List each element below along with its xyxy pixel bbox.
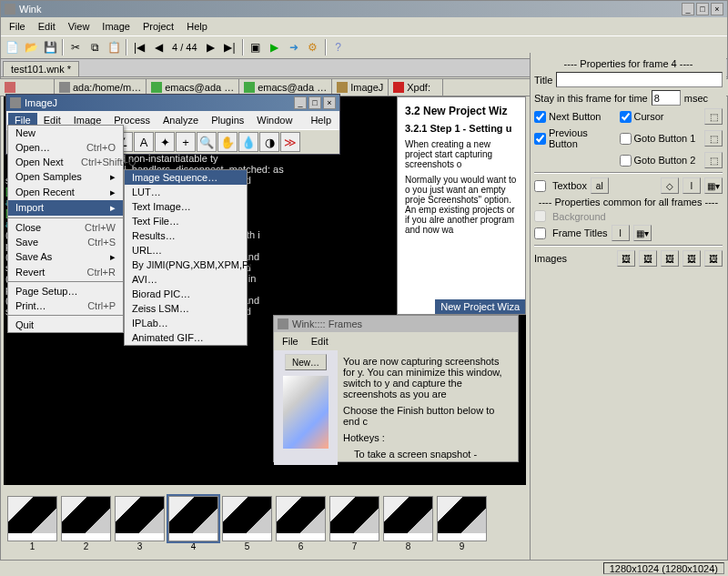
imagej-titlebar[interactable]: ImageJ _ □ ×: [6, 95, 339, 111]
thumbnail-7[interactable]: [329, 496, 379, 541]
menu-item[interactable]: Page Setup…: [8, 284, 123, 298]
close-button[interactable]: ×: [711, 3, 723, 15]
textbox-checkbox[interactable]: [534, 180, 546, 192]
textbox-btn1[interactable]: aI: [591, 177, 609, 194]
menu-item[interactable]: Print…Ctrl+P: [8, 298, 123, 313]
imagej-close[interactable]: ×: [323, 96, 336, 109]
imagej-maximize[interactable]: □: [308, 96, 321, 109]
doc-tab[interactable]: test101.wnk *: [3, 61, 79, 76]
text-tool[interactable]: A: [134, 132, 154, 152]
menu-item[interactable]: Open…Ctrl+O: [8, 140, 123, 155]
play-button[interactable]: ▶: [266, 38, 284, 56]
cursor-edit-button[interactable]: ⬚: [704, 108, 723, 125]
images-btn2[interactable]: 🖼: [639, 250, 657, 267]
menu-item[interactable]: Image Sequence…: [125, 170, 247, 185]
wizard-button[interactable]: New Project Wiza: [435, 299, 525, 314]
menu-item[interactable]: IPLab…: [125, 316, 247, 330]
filmstrip[interactable]: 123456789: [4, 488, 526, 559]
menu-project[interactable]: Project: [136, 19, 180, 34]
maximize-button[interactable]: □: [696, 3, 709, 15]
textbox-btn4[interactable]: ▦▾: [704, 177, 723, 194]
menu-item[interactable]: Open Samples: [8, 169, 123, 185]
copy-button[interactable]: ⧉: [86, 38, 104, 56]
new-button[interactable]: 📄: [3, 38, 21, 56]
thumbnail-1[interactable]: [7, 496, 57, 541]
menu-view[interactable]: View: [62, 19, 96, 34]
imagej-menu-help[interactable]: Help: [304, 113, 338, 127]
imagej-menu-plugins[interactable]: Plugins: [205, 113, 250, 127]
cut-button[interactable]: ✂: [66, 38, 85, 56]
images-btn5[interactable]: 🖼: [704, 250, 723, 267]
menu-item[interactable]: Save As: [8, 249, 123, 265]
menu-item[interactable]: New: [8, 126, 123, 140]
help-button[interactable]: ?: [329, 38, 348, 56]
minimize-button[interactable]: _: [682, 3, 694, 15]
dropper-tool[interactable]: 💧: [238, 132, 258, 152]
menu-help[interactable]: Help: [180, 19, 214, 34]
menu-item[interactable]: Zeiss LSM…: [125, 301, 247, 316]
textbox-btn3[interactable]: I: [682, 177, 701, 194]
menu-edit[interactable]: Edit: [32, 19, 62, 34]
thumbnail-8[interactable]: [383, 496, 433, 541]
thumbnail-3[interactable]: [115, 496, 165, 541]
nav-first-button[interactable]: |◀: [130, 38, 148, 56]
menu-item[interactable]: Text File…: [125, 214, 247, 228]
more-tool[interactable]: ≫: [280, 132, 300, 152]
menu-item[interactable]: LUT…: [125, 185, 247, 199]
frames-new-button[interactable]: New…: [285, 354, 327, 370]
images-btn3[interactable]: 🖼: [661, 250, 679, 267]
hand-tool[interactable]: ✋: [217, 132, 238, 152]
goto2-checkbox[interactable]: [620, 155, 632, 167]
frame-titles-checkbox[interactable]: [534, 227, 546, 239]
menu-item[interactable]: Import: [8, 200, 123, 216]
frametitles-btn2[interactable]: ▦▾: [633, 225, 652, 241]
prev-button-checkbox[interactable]: [534, 133, 546, 145]
imagej-menu-window[interactable]: Window: [250, 113, 298, 127]
menu-item[interactable]: Animated GIF…: [125, 330, 247, 345]
imagej-minimize[interactable]: _: [294, 96, 307, 109]
menu-item[interactable]: Biorad PIC…: [125, 287, 247, 301]
nav-next-button[interactable]: ▶: [202, 38, 220, 56]
thumbnail-2[interactable]: [61, 496, 111, 541]
point-tool[interactable]: +: [176, 132, 196, 152]
title-input[interactable]: [556, 72, 723, 87]
render-button[interactable]: ▣: [247, 38, 265, 56]
thumbnail-6[interactable]: [276, 496, 326, 541]
save-button[interactable]: 💾: [41, 38, 59, 56]
nav-last-button[interactable]: ▶|: [221, 38, 239, 56]
settings-button[interactable]: ⚙: [304, 38, 322, 56]
taskbar-item-4[interactable]: ImageJ: [332, 79, 389, 96]
images-btn4[interactable]: 🖼: [682, 250, 701, 267]
imagej-menu-analyze[interactable]: Analyze: [157, 113, 205, 127]
thumbnail-5[interactable]: [222, 496, 272, 541]
menu-item[interactable]: Open NextCtrl+Shift+O: [8, 155, 123, 169]
open-button[interactable]: 📂: [22, 38, 40, 56]
menu-item[interactable]: By JIMI(PNG,XBM,XPM,PCX,PSD)…: [125, 258, 247, 272]
thumbnail-4[interactable]: [168, 496, 218, 541]
goto1-edit-button[interactable]: ⬚: [704, 130, 723, 147]
menu-item[interactable]: Open Recent: [8, 185, 123, 200]
stay-input[interactable]: [652, 90, 681, 106]
frametitles-btn1[interactable]: I: [612, 225, 630, 241]
menu-item[interactable]: Results…: [125, 228, 247, 243]
paste-button[interactable]: 📋: [105, 38, 123, 56]
goto2-edit-button[interactable]: ⬚: [704, 152, 723, 168]
menu-item[interactable]: Text Image…: [125, 199, 247, 214]
next-button-checkbox[interactable]: [534, 111, 546, 123]
frames-titlebar[interactable]: Wink:::: Frames: [274, 316, 518, 332]
color-tool[interactable]: ◑: [259, 132, 279, 152]
menu-item[interactable]: RevertCtrl+R: [8, 265, 123, 279]
textbox-btn2[interactable]: ◇: [661, 177, 679, 194]
wand-tool[interactable]: ✦: [155, 132, 175, 152]
menu-item[interactable]: AVI…: [125, 272, 247, 287]
frames-menu-edit[interactable]: Edit: [305, 334, 335, 349]
goto1-checkbox[interactable]: [620, 133, 632, 145]
images-btn1[interactable]: 🖼: [617, 250, 635, 267]
export-button[interactable]: ➜: [285, 38, 303, 56]
thumbnail-9[interactable]: [437, 496, 487, 541]
nav-prev-button[interactable]: ◀: [149, 38, 167, 56]
taskbar-item-5[interactable]: Xpdf:: [389, 79, 443, 96]
menu-image[interactable]: Image: [96, 19, 136, 34]
menu-item[interactable]: SaveCtrl+S: [8, 235, 123, 249]
menu-item[interactable]: URL…: [125, 243, 247, 258]
